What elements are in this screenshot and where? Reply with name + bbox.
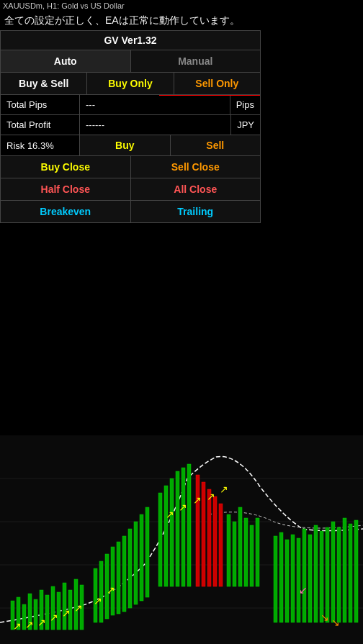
svg-rect-47 xyxy=(285,540,289,622)
buy-close-button[interactable]: Buy Close xyxy=(1,156,131,178)
svg-rect-56 xyxy=(337,527,341,622)
svg-rect-33 xyxy=(187,464,191,586)
chart-title: XAUUSDm, H1: Gold vs US Dollar xyxy=(0,0,261,12)
svg-rect-52 xyxy=(314,525,318,622)
svg-text:↗: ↗ xyxy=(25,619,34,630)
svg-rect-28 xyxy=(158,493,162,586)
svg-rect-29 xyxy=(164,486,168,586)
svg-rect-59 xyxy=(354,520,358,622)
svg-text:↘: ↘ xyxy=(331,617,340,628)
svg-rect-53 xyxy=(320,531,323,622)
svg-rect-13 xyxy=(57,592,60,630)
total-pips-label: Total Pips xyxy=(1,95,80,114)
svg-rect-50 xyxy=(302,529,306,622)
buy-sell-button[interactable]: Buy & Sell xyxy=(1,73,87,94)
half-close-button[interactable]: Half Close xyxy=(1,178,131,200)
svg-rect-32 xyxy=(182,468,185,586)
trailing-button[interactable]: Trailing xyxy=(131,201,261,222)
svg-rect-49 xyxy=(297,538,300,622)
svg-rect-25 xyxy=(134,522,138,604)
svg-rect-27 xyxy=(145,507,149,597)
svg-rect-39 xyxy=(227,514,230,586)
total-pips-value: --- xyxy=(80,95,230,114)
total-profit-value: ------ xyxy=(80,115,230,135)
svg-text:↗: ↗ xyxy=(50,612,58,623)
all-close-button[interactable]: All Close xyxy=(131,178,261,200)
total-pips-unit: Pips xyxy=(230,95,260,114)
svg-rect-23 xyxy=(122,536,126,612)
manual-button[interactable]: Manual xyxy=(131,50,261,72)
svg-rect-44 xyxy=(256,518,259,586)
svg-rect-34 xyxy=(196,475,200,586)
status-text: 全ての設定が正しく、EAは正常に動作しています。 xyxy=(0,12,261,30)
svg-rect-55 xyxy=(331,522,335,622)
svg-rect-57 xyxy=(343,518,346,622)
svg-rect-45 xyxy=(274,536,277,622)
sell-button[interactable]: Sell xyxy=(171,135,261,155)
svg-rect-35 xyxy=(202,482,205,586)
chart-area: ↗ ↗ ↗ ↗ ↗ ↗ ↗ ↗ ↗ ↗ ↗ ↗ ↗ ↙ ↘ ↘ xyxy=(0,435,363,644)
svg-rect-58 xyxy=(349,524,352,622)
svg-text:↗: ↗ xyxy=(13,620,22,632)
svg-rect-31 xyxy=(176,471,179,586)
svg-rect-14 xyxy=(63,583,66,630)
svg-text:↘: ↘ xyxy=(321,612,329,623)
total-profit-label: Total Profit xyxy=(1,115,80,135)
sell-only-button[interactable]: Sell Only xyxy=(174,73,260,94)
svg-text:↗: ↗ xyxy=(62,607,71,619)
version-label: GV Ver1.32 xyxy=(0,30,261,50)
svg-rect-43 xyxy=(250,525,254,586)
svg-rect-37 xyxy=(213,496,217,586)
svg-rect-19 xyxy=(99,561,103,622)
svg-text:↙: ↙ xyxy=(299,584,308,596)
svg-rect-41 xyxy=(238,507,242,586)
svg-rect-42 xyxy=(244,518,248,586)
svg-text:↗: ↗ xyxy=(37,617,46,628)
svg-rect-12 xyxy=(51,586,55,630)
auto-button[interactable]: Auto xyxy=(1,50,130,72)
total-profit-unit: JPY xyxy=(230,115,260,135)
svg-text:↗: ↗ xyxy=(166,509,174,520)
svg-text:↗: ↗ xyxy=(107,584,115,596)
svg-rect-40 xyxy=(233,522,236,586)
svg-text:↗: ↗ xyxy=(220,484,228,495)
svg-rect-30 xyxy=(170,479,174,586)
risk-label: Risk 16.3% xyxy=(1,135,80,155)
svg-text:↗: ↗ xyxy=(179,502,187,513)
svg-text:↗: ↗ xyxy=(193,494,202,506)
svg-rect-36 xyxy=(207,489,211,586)
buy-button[interactable]: Buy xyxy=(80,135,171,155)
svg-rect-51 xyxy=(308,535,312,622)
svg-rect-48 xyxy=(291,535,295,622)
svg-rect-21 xyxy=(111,547,115,615)
svg-text:↗: ↗ xyxy=(207,491,215,502)
breakeven-button[interactable]: Breakeven xyxy=(1,201,131,222)
svg-text:↗: ↗ xyxy=(74,602,83,614)
svg-rect-46 xyxy=(279,532,283,622)
svg-rect-22 xyxy=(117,542,120,614)
svg-rect-24 xyxy=(128,529,132,608)
svg-text:↗: ↗ xyxy=(94,595,102,607)
svg-rect-38 xyxy=(219,504,223,586)
sell-close-button[interactable]: Sell Close xyxy=(131,156,261,178)
svg-rect-54 xyxy=(326,527,329,622)
svg-rect-26 xyxy=(140,514,143,601)
buy-only-button[interactable]: Buy Only xyxy=(87,73,174,94)
